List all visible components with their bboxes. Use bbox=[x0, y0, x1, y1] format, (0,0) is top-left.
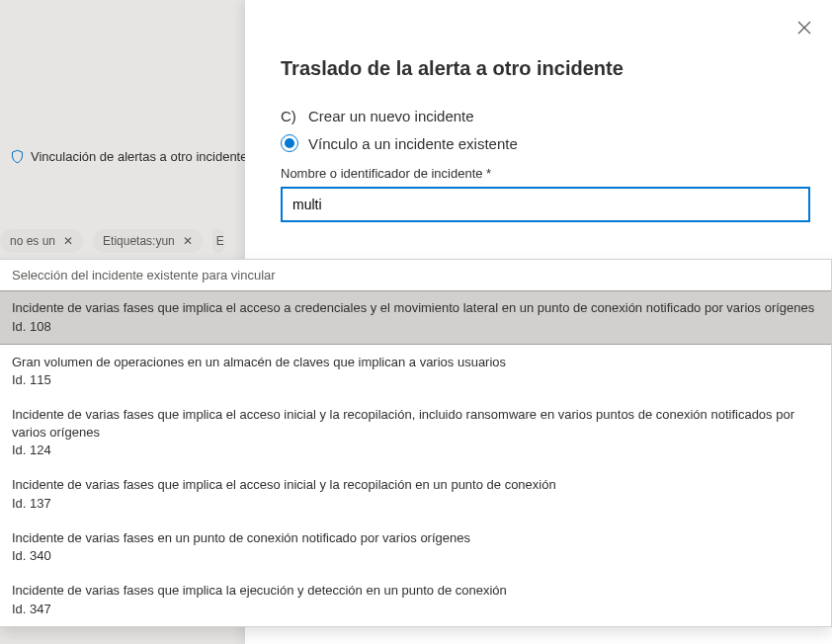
option-label: Crear un nuevo incidente bbox=[308, 108, 474, 124]
incident-autocomplete-dropdown: Selección del incidente existente para v… bbox=[0, 259, 832, 627]
incident-option-title: Incidente de varias fases que implica el… bbox=[12, 476, 819, 494]
close-button[interactable] bbox=[794, 18, 814, 38]
bg-link-alerts: Vinculación de alertas a otro incidente bbox=[10, 149, 247, 164]
option-label: Vínculo a un incidente existente bbox=[308, 135, 518, 152]
option-prefix: C) bbox=[281, 108, 298, 124]
incident-option[interactable]: Incidente de varias fases que implica el… bbox=[0, 467, 831, 521]
incident-option-id: Id. 340 bbox=[12, 548, 819, 563]
chip-label: no es un bbox=[10, 234, 55, 248]
incident-option-id: Id. 347 bbox=[12, 602, 819, 616]
option-link-incident[interactable]: Vínculo a un incidente existente bbox=[281, 134, 796, 152]
incident-option[interactable]: Incidente de varias fases que implica el… bbox=[0, 290, 831, 345]
chip-label: Etiquetas:yun bbox=[103, 234, 175, 248]
incident-option-id: Id. 137 bbox=[12, 496, 819, 511]
option-create-incident[interactable]: C) Crear un nuevo incidente bbox=[281, 108, 796, 124]
filter-chip: E bbox=[212, 229, 224, 253]
close-icon: ✕ bbox=[183, 234, 193, 248]
incident-option[interactable]: Gran volumen de operaciones en un almacé… bbox=[0, 345, 831, 398]
dropdown-header: Selección del incidente existente para v… bbox=[0, 260, 831, 290]
panel-title: Traslado de la alerta a otro incidente bbox=[281, 57, 796, 80]
incident-option[interactable]: Incidente de varias fases que implica el… bbox=[0, 397, 831, 467]
incident-option-id: Id. 124 bbox=[12, 443, 819, 457]
bg-link-text: Vinculación de alertas a otro incidente bbox=[31, 149, 247, 164]
incident-option-title: Incidente de varias fases que implica el… bbox=[12, 299, 819, 317]
incident-option-id: Id. 108 bbox=[12, 319, 819, 334]
incident-option-title: Incidente de varias fases que implica el… bbox=[12, 406, 819, 441]
incident-option[interactable]: Incidente de varias fases en un punto de… bbox=[0, 521, 831, 574]
incident-option[interactable]: Incidente de varias fases que implica la… bbox=[0, 573, 831, 626]
incident-option-title: Gran volumen de operaciones en un almacé… bbox=[12, 354, 819, 371]
incident-id-label: Nombre o identificador de incidente * bbox=[281, 166, 796, 181]
incident-option-id: Id. 115 bbox=[12, 372, 819, 387]
close-icon bbox=[797, 21, 811, 35]
radio-selected-icon bbox=[281, 134, 298, 152]
filter-chip: no es un ✕ bbox=[0, 229, 83, 253]
incident-id-input[interactable] bbox=[281, 187, 810, 222]
shield-icon bbox=[10, 149, 25, 164]
close-icon: ✕ bbox=[63, 234, 73, 248]
incident-option-title: Incidente de varias fases que implica la… bbox=[12, 582, 819, 600]
incident-option-title: Incidente de varias fases en un punto de… bbox=[12, 529, 819, 547]
filter-chip: Etiquetas:yun ✕ bbox=[93, 229, 203, 253]
